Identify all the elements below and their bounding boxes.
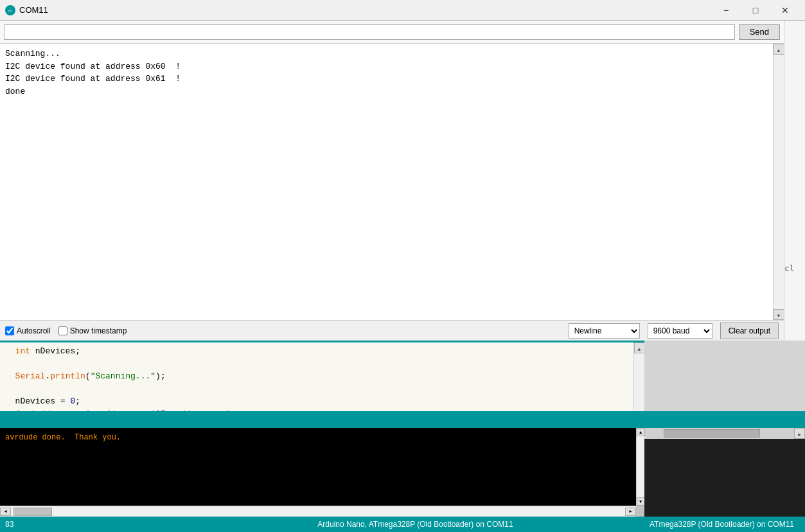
code-keyword: int xyxy=(15,345,30,358)
code-text xyxy=(5,345,15,358)
line-number: 83 xyxy=(5,520,31,529)
scroll-up-button[interactable] xyxy=(774,44,784,55)
code-text: nDevices; xyxy=(30,345,80,358)
right-status-bar: ATmega328P (Old Bootloader) on COM11 xyxy=(644,517,805,532)
output-text: Scanning... I2C device found at address … xyxy=(5,48,768,98)
code-scroll-up[interactable] xyxy=(634,342,645,353)
code-line-3: Serial.println("Scanning..."); xyxy=(5,370,628,383)
autoscroll-label[interactable]: Autoscroll xyxy=(5,326,51,335)
window-title: COM11 xyxy=(19,5,711,15)
code-text: ); xyxy=(155,370,166,383)
code-scroll-track xyxy=(634,353,644,420)
arrow-up-icon xyxy=(638,342,641,354)
terminal-hscroll-thumb xyxy=(13,508,52,516)
window-controls: − □ ✕ xyxy=(711,0,800,21)
code-text xyxy=(5,358,10,371)
scroll-down-button[interactable] xyxy=(774,309,784,320)
code-text xyxy=(5,370,15,383)
code-line-2 xyxy=(5,358,628,371)
timestamp-text: Show timestamp xyxy=(70,326,127,335)
vertical-scrollbar[interactable] xyxy=(773,44,784,320)
serial-bottom-bar: Autoscroll Show timestamp Newline No lin… xyxy=(0,320,784,341)
newline-select[interactable]: Newline No line ending Carriage return B… xyxy=(569,323,640,339)
code-line-1: int nDevices; xyxy=(5,345,628,358)
title-bar: ∞ COM11 − □ ✕ xyxy=(0,0,805,21)
terminal-area[interactable]: avrdude done. Thank you. xyxy=(0,428,644,506)
terminal-text: avrdude done. Thank you. xyxy=(5,433,639,442)
serial-input[interactable] xyxy=(4,24,735,40)
right-panel-dark xyxy=(644,439,805,517)
clear-output-button[interactable]: Clear output xyxy=(720,323,779,339)
arrow-up-icon xyxy=(777,44,781,55)
serial-monitor-window: Send Scanning... I2C device found at add… xyxy=(0,21,784,341)
arrow-down-icon xyxy=(777,309,781,321)
terminal-scroll-up[interactable]: ▲ xyxy=(637,428,645,436)
code-number: 0 xyxy=(70,395,75,408)
terminal-hscroll-right[interactable]: ► xyxy=(625,508,636,516)
right-panel-hscroll xyxy=(644,428,794,439)
code-text xyxy=(5,383,10,396)
arrow-right-icon xyxy=(798,428,801,439)
autoscroll-text: Autoscroll xyxy=(17,326,51,335)
terminal-hscroll-left[interactable]: ◄ xyxy=(0,508,11,516)
output-area: Scanning... I2C device found at address … xyxy=(0,44,784,320)
right-panel-partial-text: cl xyxy=(784,263,795,273)
right-panel-gray xyxy=(644,341,805,411)
scroll-track xyxy=(774,55,784,309)
code-text: ( xyxy=(85,370,91,383)
maximize-button[interactable]: □ xyxy=(741,0,770,21)
terminal-hscrollbar[interactable]: ◄ ► xyxy=(0,506,636,517)
right-hscroll-arrow[interactable] xyxy=(794,428,805,439)
right-board-info: ATmega328P (Old Bootloader) on COM11 xyxy=(650,520,794,529)
timestamp-label[interactable]: Show timestamp xyxy=(58,326,127,335)
code-line-5: nDevices = 0; xyxy=(5,395,628,408)
code-text: ; xyxy=(75,395,80,408)
code-string: "Scanning..." xyxy=(91,370,155,383)
code-text: nDevices = xyxy=(5,395,70,408)
code-text: . xyxy=(45,370,50,383)
autoscroll-checkbox[interactable] xyxy=(5,326,14,335)
serial-output[interactable]: Scanning... I2C device found at address … xyxy=(0,44,773,320)
baud-select[interactable]: 9600 baud 300 baud 115200 baud xyxy=(648,323,712,339)
right-panel-top: cl xyxy=(784,21,805,341)
app-icon: ∞ xyxy=(5,5,15,15)
code-function: Serial xyxy=(15,370,46,383)
timestamp-checkbox[interactable] xyxy=(58,326,67,335)
terminal-scroll-down[interactable]: ▼ xyxy=(637,497,645,506)
minimize-button[interactable]: − xyxy=(711,0,741,21)
right-hscroll-thumb xyxy=(664,429,760,438)
svg-text:∞: ∞ xyxy=(8,8,12,13)
input-bar: Send xyxy=(0,21,784,44)
terminal-vscrollbar[interactable]: ▲ ▼ xyxy=(636,428,644,506)
code-function: println xyxy=(50,370,85,383)
code-line-4 xyxy=(5,383,628,396)
close-button[interactable]: ✕ xyxy=(770,0,800,21)
send-button[interactable]: Send xyxy=(739,24,780,40)
